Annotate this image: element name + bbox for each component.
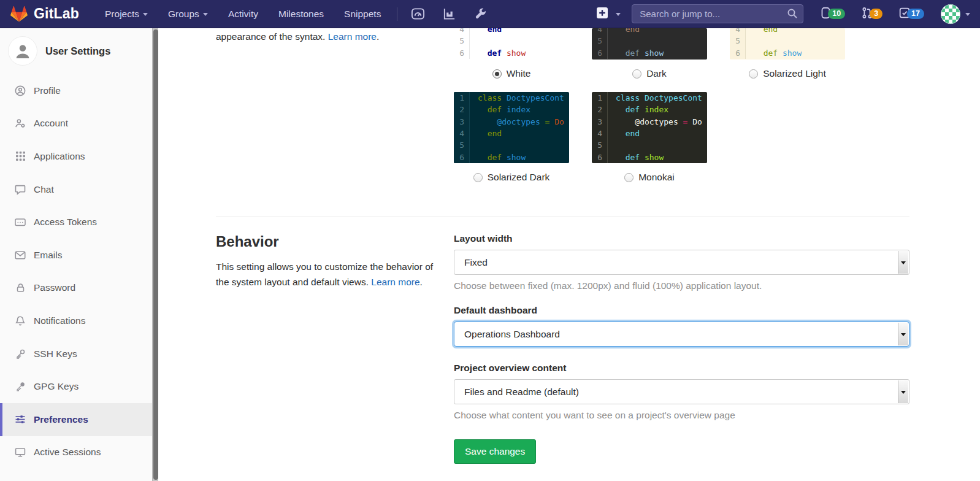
sidebar-item-gpg-keys[interactable]: GPG Keys bbox=[0, 370, 152, 403]
chevron-down-icon bbox=[616, 13, 621, 18]
line-number: 6 bbox=[454, 47, 470, 59]
key-icon bbox=[15, 348, 26, 360]
search-input[interactable] bbox=[632, 4, 803, 23]
nav-link-activity[interactable]: Activity bbox=[228, 9, 258, 20]
layout-width-select[interactable]: Fixed bbox=[454, 250, 909, 275]
scrollbar-thumb[interactable] bbox=[153, 29, 158, 480]
nav-link-label: Milestones bbox=[278, 9, 324, 20]
navbar-divider bbox=[397, 7, 397, 21]
navbar-right: 10 3 17 bbox=[597, 4, 970, 24]
select-arrow-icon bbox=[898, 380, 908, 403]
project-overview-select[interactable]: Files and Readme (default) bbox=[454, 379, 909, 404]
code-line: def show bbox=[608, 152, 664, 163]
line-number: 2 bbox=[592, 104, 608, 115]
new-menu-button[interactable] bbox=[597, 7, 621, 21]
theme-radio-solarized-dark[interactable] bbox=[473, 173, 483, 182]
merge-requests-counter[interactable]: 3 bbox=[860, 6, 882, 22]
nav-link-milestones[interactable]: Milestones bbox=[278, 9, 324, 20]
theme-radio-label-dark[interactable]: Dark bbox=[646, 68, 667, 79]
theme-radio-monokai[interactable] bbox=[624, 173, 634, 182]
theme-preview-solarized-light: 4 end56 def showSolarized Light bbox=[730, 28, 845, 79]
search-container bbox=[632, 4, 803, 23]
nav-link-projects[interactable]: Projects bbox=[105, 9, 148, 20]
theme-radio-label-white[interactable]: White bbox=[507, 68, 531, 79]
user-avatar[interactable] bbox=[941, 4, 960, 24]
theme-radio-white[interactable] bbox=[492, 69, 502, 79]
sidebar-item-chat[interactable]: Chat bbox=[0, 173, 152, 206]
user-menu-chevron-icon bbox=[965, 13, 970, 18]
plus-icon bbox=[597, 7, 608, 21]
navbar-links: ProjectsGroupsActivityMilestonesSnippets bbox=[105, 9, 381, 20]
syntax-learn-more-link[interactable]: Learn more bbox=[328, 31, 377, 42]
save-changes-button[interactable]: Save changes bbox=[454, 439, 536, 464]
behavior-learn-more-link[interactable]: Learn more bbox=[371, 277, 419, 287]
wrench-icon[interactable] bbox=[473, 7, 487, 21]
nav-link-label: Groups bbox=[168, 9, 199, 20]
line-number: 3 bbox=[454, 116, 470, 128]
sidebar-item-preferences[interactable]: Preferences bbox=[0, 403, 152, 436]
gitlab-home-link[interactable]: GitLab bbox=[10, 5, 79, 23]
line-number: 5 bbox=[592, 35, 608, 47]
sidebar-item-account[interactable]: Account bbox=[0, 107, 152, 140]
nav-link-label: Snippets bbox=[344, 9, 381, 20]
nav-link-snippets[interactable]: Snippets bbox=[344, 9, 381, 20]
line-number: 5 bbox=[592, 139, 608, 151]
line-number: 4 bbox=[454, 28, 470, 35]
sliders-icon bbox=[15, 414, 26, 425]
code-line: end bbox=[608, 28, 640, 35]
theme-radio-solarized-light[interactable] bbox=[749, 69, 758, 79]
theme-preview-image-dark: 4 end56 def show bbox=[592, 28, 707, 60]
sidebar-item-notifications[interactable]: Notifications bbox=[0, 304, 152, 337]
nav-link-groups[interactable]: Groups bbox=[168, 9, 208, 20]
sidebar-scrollbar[interactable] bbox=[152, 28, 158, 481]
line-number: 5 bbox=[454, 139, 470, 151]
code-line: def index bbox=[470, 104, 530, 115]
line-number: 5 bbox=[454, 35, 470, 47]
behavior-heading: Behavior bbox=[216, 233, 439, 250]
sidebar-item-profile[interactable]: Profile bbox=[0, 74, 152, 107]
sidebar-item-password[interactable]: Password bbox=[0, 272, 152, 305]
sidebar-item-label: Emails bbox=[34, 250, 63, 261]
project-overview-label: Project overview content bbox=[454, 363, 909, 374]
line-number: 1 bbox=[454, 92, 470, 104]
default-dashboard-select[interactable]: Operations Dashboard bbox=[454, 321, 909, 347]
select-arrow-icon bbox=[898, 323, 908, 345]
theme-radio-label-monokai[interactable]: Monokai bbox=[638, 172, 675, 183]
code-line: def index bbox=[608, 104, 668, 115]
code-line: def show bbox=[608, 47, 664, 59]
todos-counter[interactable]: 17 bbox=[898, 6, 924, 22]
theme-radio-label-solarized-light[interactable]: Solarized Light bbox=[763, 68, 826, 79]
chart-icon[interactable] bbox=[442, 7, 456, 21]
sidebar-item-applications[interactable]: Applications bbox=[0, 140, 152, 173]
user-settings-avatar bbox=[8, 36, 37, 66]
code-line: end bbox=[608, 128, 640, 139]
nav-link-label: Activity bbox=[228, 9, 258, 20]
code-line: @doctypes = Do bbox=[608, 116, 702, 128]
theme-preview-solarized-dark: 1class DoctypesCont2 def index3 @doctype… bbox=[454, 92, 569, 183]
issues-counter[interactable]: 10 bbox=[819, 6, 845, 22]
sidebar-item-access-tokens[interactable]: Access Tokens bbox=[0, 206, 152, 239]
line-number: 6 bbox=[592, 47, 608, 59]
code-line: @doctypes = Do bbox=[470, 116, 564, 128]
search-icon bbox=[787, 8, 798, 21]
code-line: def show bbox=[470, 47, 526, 59]
gauge-icon[interactable] bbox=[411, 7, 425, 21]
sidebar-item-label: Active Sessions bbox=[34, 447, 101, 458]
sidebar-item-label: Chat bbox=[34, 184, 54, 195]
code-line: class DoctypesCont bbox=[470, 92, 564, 104]
sidebar-item-active-sessions[interactable]: Active Sessions bbox=[0, 436, 152, 469]
project-overview-help: Choose what content you want to see on a… bbox=[454, 410, 909, 421]
code-line: end bbox=[470, 128, 502, 139]
theme-preview-image-monokai: 1class DoctypesCont2 def index3 @doctype… bbox=[592, 92, 707, 163]
code-line bbox=[608, 35, 616, 47]
sidebar-item-label: Password bbox=[34, 282, 75, 293]
line-number: 5 bbox=[730, 35, 746, 47]
theme-radio-dark[interactable] bbox=[632, 69, 641, 79]
line-number: 6 bbox=[592, 152, 608, 163]
sidebar-item-emails[interactable]: Emails bbox=[0, 239, 152, 272]
syntax-theme-previews: 4 end56 def showWhite4 end56 def showDar… bbox=[454, 28, 909, 183]
sidebar-item-label: Profile bbox=[34, 85, 61, 96]
sidebar-menu: ProfileAccountApplicationsChatAccess Tok… bbox=[0, 74, 152, 469]
sidebar-item-ssh-keys[interactable]: SSH Keys bbox=[0, 337, 152, 371]
theme-radio-label-solarized-dark[interactable]: Solarized Dark bbox=[488, 172, 550, 183]
